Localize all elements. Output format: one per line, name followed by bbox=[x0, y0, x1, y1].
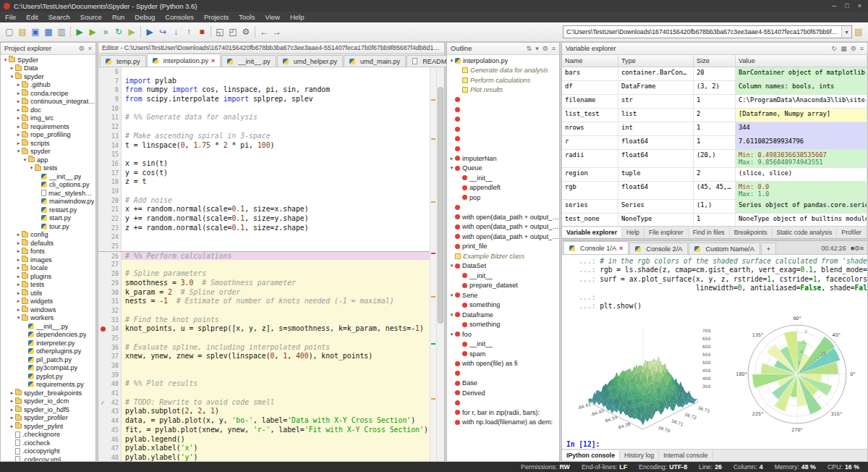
breakpoint-marker[interactable] bbox=[101, 326, 106, 332]
tree-item-spyder[interactable]: ▾spyder bbox=[1, 148, 95, 156]
tree-item-config[interactable]: ▸config bbox=[1, 231, 95, 240]
close-tab-icon[interactable]: × bbox=[619, 245, 623, 252]
outline-item-imputernan[interactable]: ▸imputerNan bbox=[447, 153, 559, 164]
outline-header-icon-2[interactable]: ⚙ bbox=[542, 45, 548, 52]
tree-item-tour-py[interactable]: tour.py bbox=[1, 222, 95, 231]
outline-item-7[interactable] bbox=[447, 125, 559, 135]
tree-item-windows[interactable]: ▸windows bbox=[1, 305, 95, 314]
minimize-button[interactable]: ─ bbox=[832, 2, 836, 9]
outline-item-generate-data-for-analysis[interactable]: Generate data for analysis bbox=[447, 66, 559, 76]
preferences-icon[interactable]: ⚙ bbox=[239, 25, 252, 38]
pane-tab-online-help[interactable]: Online help bbox=[867, 227, 867, 237]
new-console-tab-button[interactable]: + bbox=[761, 243, 776, 254]
editor-tab-umd-main-py[interactable]: umd_main.py bbox=[344, 55, 406, 67]
outline-item-appendleft[interactable]: appendleft bbox=[447, 183, 559, 193]
scrollflag-column[interactable] bbox=[430, 67, 436, 461]
outline-item-something[interactable]: something bbox=[447, 320, 559, 330]
tree-item-requirements[interactable]: ▸requirements bbox=[1, 122, 95, 131]
project-header-icon-0[interactable]: ⚙ bbox=[79, 45, 85, 52]
variable-row-filename[interactable]: filenamestr1C:\ProgramData\Anaconda3\lib… bbox=[562, 95, 867, 109]
forward-icon[interactable]: → bbox=[271, 25, 284, 38]
outline-item-8[interactable] bbox=[447, 134, 559, 144]
fullscreen-icon[interactable]: ◰ bbox=[226, 25, 239, 38]
run-cell-icon[interactable]: ▶ bbox=[86, 25, 99, 38]
pane-tab-profiler[interactable]: Profiler bbox=[837, 227, 867, 237]
tree-item-spyder-io-hdf5[interactable]: ▸spyder_io_hdf5 bbox=[1, 405, 95, 414]
maximize-pane-icon[interactable]: ◱ bbox=[213, 25, 226, 38]
tree-item-spyder-io-dcm[interactable]: ▸spyder_io_dcm bbox=[1, 397, 95, 406]
outline-item-32[interactable] bbox=[447, 368, 559, 379]
back-icon[interactable]: ← bbox=[258, 25, 271, 38]
outline-item-6[interactable] bbox=[447, 114, 559, 125]
column-header-name[interactable]: Name bbox=[562, 55, 618, 67]
outline-item-prepare-dataset[interactable]: prepare_dataset bbox=[447, 281, 559, 291]
outline-item-something[interactable]: something bbox=[447, 300, 559, 311]
tree-item-data[interactable]: ▸Data bbox=[1, 64, 95, 73]
tree-item-continuous-integration[interactable]: ▸continuous_integration bbox=[1, 98, 95, 106]
outline-item-init[interactable]: __init__ bbox=[447, 173, 559, 183]
variable-row-radii[interactable]: radiifloat64(20,)Min: 0.4983036638535607… bbox=[562, 150, 867, 168]
menu-run[interactable]: Run bbox=[107, 13, 129, 21]
tree-item-doc[interactable]: ▸doc bbox=[1, 106, 95, 114]
outline-item-spam[interactable]: spam bbox=[447, 349, 559, 359]
menu-debug[interactable]: Debug bbox=[129, 13, 160, 21]
close-button[interactable]: × bbox=[858, 2, 861, 9]
variable-row-region[interactable]: regiontuple2(slice, slice) bbox=[562, 168, 867, 182]
outline-item-pop[interactable]: pop bbox=[447, 193, 559, 203]
tree-item-github[interactable]: ▸.github bbox=[1, 81, 95, 90]
menu-consoles[interactable]: Consoles bbox=[160, 13, 199, 21]
console-pane-tab-ipython-console[interactable]: IPython console bbox=[562, 450, 620, 460]
outline-item-init[interactable]: __init__ bbox=[447, 340, 559, 350]
editor-code-area[interactable]: 67import pylab8from numpy import cos, li… bbox=[98, 67, 444, 461]
debug-icon[interactable]: ▶ bbox=[143, 25, 156, 38]
print-icon[interactable]: ▥ bbox=[55, 25, 68, 38]
run-cell-advance-icon[interactable]: » bbox=[99, 25, 112, 38]
tree-item-tests[interactable]: ▾tests bbox=[1, 164, 95, 173]
outline-item-plot-results[interactable]: Plot results bbox=[447, 85, 559, 96]
tree-item-widgets[interactable]: ▸widgets bbox=[1, 298, 95, 306]
outline-item-15[interactable] bbox=[447, 203, 559, 213]
outline-item-foo[interactable]: ▾foo bbox=[447, 329, 559, 340]
variable-row-rgb[interactable]: rgbfloat64(45, 45, 4)Min: 0.0Max: 1.0 bbox=[562, 182, 867, 200]
working-directory-combo[interactable]: C:\Users\TestUser\Downloads\16740156420f… bbox=[563, 25, 852, 38]
console-tab-console-2-a[interactable]: Console 2/A bbox=[629, 243, 688, 254]
tree-item-scripts[interactable]: ▸scripts bbox=[1, 139, 95, 148]
scrollflag-tick[interactable] bbox=[431, 296, 435, 298]
varexp-header-icon-1[interactable]: ▦ bbox=[841, 45, 847, 52]
column-header-size[interactable]: Size bbox=[694, 55, 736, 67]
column-header-type[interactable]: Type bbox=[618, 55, 694, 67]
outline-item-9[interactable] bbox=[447, 144, 559, 154]
variable-row-df[interactable]: dfDataFrame(3, 2)Column names: bools, in… bbox=[562, 81, 867, 95]
outline-header-icon-0[interactable]: ⇅ bbox=[527, 45, 532, 52]
tree-item-spyder-profiler[interactable]: ▸spyder_profiler bbox=[1, 414, 95, 423]
outline-item-for-r-bar-in-zip-radii-bars[interactable]: for r, bar in zip(radii, bars): bbox=[447, 408, 559, 418]
tree-item-spyder-pylint[interactable]: ▸spyder_pylint bbox=[1, 422, 95, 431]
tree-item-app[interactable]: ▾app bbox=[1, 156, 95, 164]
tree-item-interpreter-py[interactable]: interpreter.py bbox=[1, 339, 95, 347]
outline-item-with-np-load-filename-as-dem[interactable]: with np.load(filename) as dem: bbox=[447, 418, 559, 428]
editor-tab-umd-helper-py[interactable]: umd_helper.py bbox=[277, 55, 343, 67]
outline-item-example-bitzer-class[interactable]: Example Bitzer class bbox=[447, 251, 559, 261]
varexp-header-icon-0[interactable]: ↻ bbox=[832, 45, 838, 52]
varexp-header-icon-3[interactable]: ≡ bbox=[860, 45, 864, 52]
console-tab-console-1-a[interactable]: Console 1/A× bbox=[563, 241, 629, 254]
editor-tab-interpolation-py[interactable]: interpolation.py× bbox=[147, 54, 221, 67]
menu-source[interactable]: Source bbox=[75, 13, 107, 21]
tree-item-cli-options-py[interactable]: cli_options.py bbox=[1, 181, 95, 190]
editor-tab-temp-py[interactable]: temp.py bbox=[100, 55, 146, 67]
tree-item-codecov-yml[interactable]: .codecov.yml bbox=[1, 455, 95, 461]
tree-item-restart-py[interactable]: restart.py bbox=[1, 206, 95, 214]
console-header-icon-2[interactable]: ≡ bbox=[860, 245, 864, 252]
tree-item-fonts[interactable]: ▸fonts bbox=[1, 248, 95, 256]
menu-search[interactable]: Search bbox=[43, 13, 75, 21]
save-all-icon[interactable]: ▦ bbox=[42, 25, 55, 38]
tree-item-pyplot-py[interactable]: pyplot.py bbox=[1, 372, 95, 381]
scrollflag-tick[interactable] bbox=[431, 253, 435, 254]
tree-item-img-src[interactable]: ▸img_src bbox=[1, 114, 95, 123]
scrollflag-tick[interactable] bbox=[431, 99, 435, 101]
rerun-cell-icon[interactable]: ↻ bbox=[112, 25, 125, 38]
menu-projects[interactable]: Projects bbox=[199, 13, 234, 21]
tree-item-images[interactable]: ▸images bbox=[1, 256, 95, 264]
variable-row-r[interactable]: rfloat6417.611082589934796 bbox=[562, 136, 867, 150]
outline-item-with-open-data-path-output-fil[interactable]: with open(data_path + output_fil... bbox=[447, 232, 559, 242]
